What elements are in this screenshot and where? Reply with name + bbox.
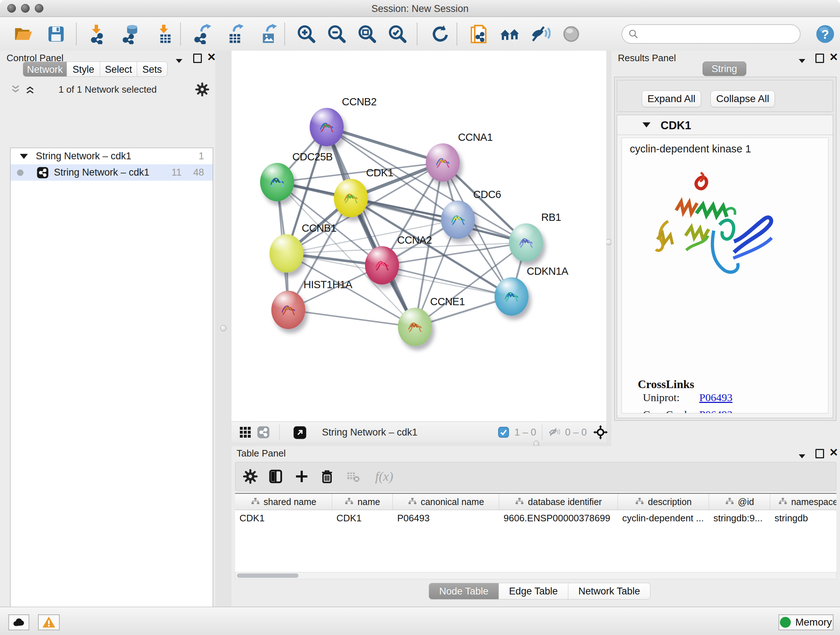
network-node-ccna1[interactable] (426, 143, 460, 182)
tab-sets[interactable]: Sets (137, 62, 167, 77)
column-header-name[interactable]: name (332, 494, 393, 510)
delete-table-button[interactable] (344, 467, 362, 486)
panel-menu-icon[interactable] (799, 55, 805, 65)
home-button[interactable] (499, 24, 520, 44)
selected-checkbox-icon[interactable] (498, 426, 509, 438)
create-column-button[interactable] (293, 467, 311, 486)
column-header-shared-name[interactable]: shared name (235, 494, 332, 510)
zoom-in-button[interactable] (296, 24, 317, 44)
search-input[interactable] (643, 28, 794, 40)
delete-columns-button[interactable] (318, 467, 336, 486)
panel-menu-icon[interactable] (176, 55, 182, 65)
show-columns-button[interactable] (267, 467, 285, 486)
right-splitter[interactable] (606, 51, 611, 446)
export-table-button[interactable] (225, 24, 246, 44)
zoom-fit-button[interactable] (357, 24, 378, 44)
cloud-status-button[interactable] (8, 614, 29, 630)
panel-menu-icon[interactable] (799, 450, 805, 460)
control-panel-tabs: NetworkStyleSelectSets (23, 62, 167, 77)
open-session-button[interactable] (13, 24, 34, 44)
network-node-cdc25b[interactable] (260, 163, 294, 201)
table-horizontal-scrollbar[interactable] (235, 572, 836, 579)
gear-icon[interactable] (195, 82, 210, 97)
network-overview-icon[interactable] (257, 426, 270, 439)
network-node-ccnb1[interactable] (270, 234, 303, 272)
tab-node-table[interactable]: Node Table (429, 583, 499, 600)
search-field[interactable] (622, 24, 801, 44)
open-in-new-window-icon[interactable] (293, 426, 307, 440)
float-panel-icon[interactable] (193, 54, 202, 65)
zoom-out-icon (327, 24, 347, 44)
horizontal-splitter[interactable] (232, 442, 606, 446)
protein-structure-thumbnail (265, 171, 289, 194)
column-header-database-identifier[interactable]: database identifier (499, 494, 618, 510)
expand-all-button[interactable]: Expand All (642, 90, 701, 107)
share-document-button[interactable] (469, 24, 489, 44)
network-node-cdk1[interactable] (334, 179, 368, 217)
left-splitter[interactable] (215, 51, 232, 607)
network-edge[interactable] (327, 127, 443, 163)
node-label-ccnb2: CCNB2 (342, 96, 377, 108)
table-settings-button[interactable] (241, 467, 259, 486)
birds-eye-view-icon[interactable] (239, 426, 252, 439)
network-edge[interactable] (288, 310, 415, 327)
apply-layout-button[interactable] (430, 24, 451, 44)
close-panel-icon[interactable]: ✕ (829, 53, 838, 62)
export-network-button[interactable] (192, 24, 213, 44)
column-header-description[interactable]: description (618, 494, 709, 510)
hidden-eye-slash-icon[interactable] (548, 426, 561, 439)
function-builder-button[interactable]: f(x) (368, 467, 401, 486)
import-network-database-button[interactable] (121, 24, 142, 44)
network-node-ccnb2[interactable] (309, 108, 344, 146)
network-row-selected[interactable]: String Network – cdk1 11 48 (11, 165, 213, 181)
close-panel-icon[interactable]: ✕ (829, 448, 838, 457)
float-panel-icon[interactable] (815, 54, 824, 65)
document-network-icon (469, 24, 489, 44)
pan-crosshair-icon[interactable] (593, 425, 608, 440)
table-row[interactable]: CDK1CDK1P064939606.ENSP00000378699cyclin… (235, 510, 836, 526)
crosslink-link[interactable]: P06493 (699, 409, 733, 413)
network-node-ccne1[interactable] (398, 308, 432, 346)
crosslink-link[interactable]: P06493 (699, 391, 733, 404)
collapse-all-button[interactable]: Collapse All (711, 90, 775, 107)
network-canvas[interactable]: CCNB2CCNA1CDC25BCDK1CDC6RB1CCNB1CCNA2CDK… (232, 51, 606, 421)
warning-status-button[interactable] (38, 614, 60, 630)
export-table-icon (225, 24, 246, 44)
export-image-icon (259, 24, 279, 44)
network-node-cdc6[interactable] (441, 201, 475, 239)
network-node-cdkn1a[interactable] (494, 277, 529, 316)
splitter-grip[interactable] (606, 239, 612, 245)
network-node-rb1[interactable] (509, 223, 543, 262)
network-edge[interactable] (327, 127, 415, 327)
gene-entry-header[interactable]: CDK1 (617, 115, 833, 135)
tab-network[interactable]: Network (23, 62, 67, 77)
zoom-out-button[interactable] (326, 24, 347, 44)
column-header-namespace[interactable]: namespace (770, 494, 836, 510)
network-edge[interactable] (382, 265, 512, 296)
import-table-file-button[interactable] (154, 24, 175, 44)
scrollbar-thumb[interactable] (237, 573, 298, 578)
save-session-button[interactable] (46, 24, 66, 44)
memory-button[interactable]: Memory (778, 614, 834, 630)
help-button[interactable]: ? (815, 24, 836, 44)
export-image-button[interactable] (258, 24, 279, 44)
network-node-ccna2[interactable] (365, 246, 399, 285)
network-collection-row[interactable]: String Network – cdk1 1 (11, 148, 213, 165)
tab-edge-table[interactable]: Edge Table (499, 583, 568, 600)
splitter-grip[interactable] (220, 325, 226, 331)
import-network-file-button[interactable] (88, 24, 109, 44)
collapse-entry-icon[interactable] (643, 122, 651, 127)
column-header-canonical-name[interactable]: canonical name (393, 494, 499, 510)
network-node-hist1h1a[interactable] (271, 291, 305, 329)
float-panel-icon[interactable] (815, 449, 824, 460)
column-header--id[interactable]: @id (709, 494, 770, 510)
tab-style[interactable]: Style (67, 62, 100, 77)
hide-graphics-details-button[interactable] (530, 24, 551, 44)
tab-select[interactable]: Select (100, 62, 137, 77)
collection-expand-icon[interactable] (20, 154, 28, 159)
show-graphics-details-button[interactable] (561, 24, 582, 44)
tab-network-table[interactable]: Network Table (568, 583, 651, 600)
tab-string[interactable]: String (703, 62, 746, 76)
close-panel-icon[interactable]: ✕ (207, 53, 216, 62)
zoom-selected-button[interactable] (387, 24, 408, 44)
